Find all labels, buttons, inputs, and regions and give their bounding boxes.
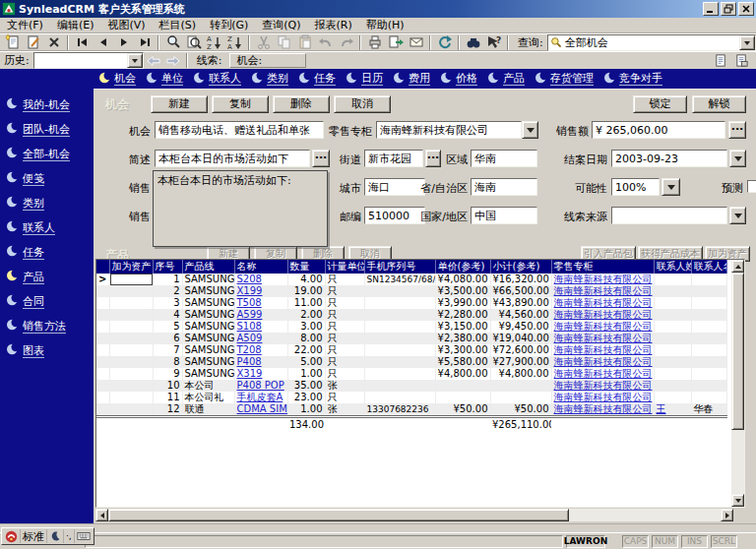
column-header-seq[interactable]: 序号 bbox=[153, 260, 182, 274]
table-row[interactable]: 4SAMSUNGA5992.00只¥2,280.00¥4,560.00海南蜂新科… bbox=[96, 309, 726, 321]
cell-link[interactable]: 海南蜂新科技有限公司 bbox=[554, 297, 653, 308]
cell-link[interactable]: 海南蜂新科技有限公司 bbox=[554, 344, 653, 355]
cell-qty[interactable]: 19.00 bbox=[287, 285, 325, 297]
history-dropdown-icon[interactable] bbox=[127, 53, 143, 68]
ime-punctuation-icon[interactable]: ·, bbox=[64, 529, 75, 543]
scroll-up-icon[interactable] bbox=[731, 260, 744, 273]
cell-last-name[interactable]: 王 bbox=[654, 403, 691, 417]
cell-counter[interactable]: 海南蜂新科技有限公司 bbox=[551, 368, 654, 380]
cell-subtotal[interactable]: ¥16,320.00 bbox=[490, 274, 551, 285]
toolbar-undo-icon[interactable] bbox=[315, 34, 336, 51]
cell-qty[interactable]: 8.00 bbox=[287, 333, 325, 344]
scroll-right-icon[interactable] bbox=[721, 509, 733, 521]
minimize-button[interactable] bbox=[703, 2, 719, 16]
row-selector-cell[interactable] bbox=[96, 356, 109, 368]
cell-first-name[interactable]: 华春 bbox=[691, 403, 726, 417]
tab-expense[interactable]: 费用 bbox=[394, 72, 430, 87]
sidebar-item-team-opportunity[interactable]: 团队-机会 bbox=[0, 117, 94, 142]
cell-qty[interactable]: 1.00 bbox=[287, 403, 325, 417]
cell-subtotal[interactable] bbox=[490, 380, 551, 392]
toolbar-print-icon[interactable] bbox=[364, 34, 385, 51]
cell-qty[interactable]: 11.00 bbox=[287, 297, 325, 309]
cell-asset[interactable] bbox=[109, 274, 153, 285]
cell-link[interactable]: 海南蜂新科技有限公司 bbox=[554, 356, 653, 367]
cell-link[interactable]: 海南蜂新科技有限公司 bbox=[554, 274, 653, 284]
cell-counter[interactable]: 海南蜂新科技有限公司 bbox=[551, 344, 654, 356]
menu-item[interactable]: 报表(R) bbox=[308, 17, 359, 33]
cell-counter[interactable]: 海南蜂新科技有限公司 bbox=[551, 403, 654, 417]
row-selector-cell[interactable] bbox=[96, 333, 109, 344]
cell-last-name[interactable] bbox=[654, 285, 691, 297]
cell-first-name[interactable] bbox=[691, 297, 726, 309]
cell-link[interactable]: 海南蜂新科技有限公司 bbox=[554, 309, 653, 320]
report-print-icon[interactable] bbox=[731, 52, 752, 69]
row-selector-cell[interactable] bbox=[96, 285, 109, 297]
cell-link[interactable]: T208 bbox=[237, 344, 262, 355]
cell-product-line[interactable]: SAMSUNG bbox=[182, 297, 234, 309]
row-selector-cell[interactable] bbox=[96, 344, 109, 356]
brief-ellipsis-button[interactable]: ... bbox=[312, 150, 330, 167]
menu-item[interactable]: 栏目(S) bbox=[153, 17, 204, 33]
cell-product-line[interactable]: SAMSUNG bbox=[182, 333, 234, 344]
cell-seq[interactable]: 5 bbox=[153, 321, 182, 333]
sidebar-item-notes[interactable]: 便笺 bbox=[0, 166, 94, 191]
cell-counter[interactable]: 海南蜂新科技有限公司 bbox=[551, 309, 654, 321]
cell-link[interactable]: 海南蜂新科技有限公司 bbox=[554, 321, 653, 332]
cell-unit[interactable]: 张 bbox=[325, 380, 364, 392]
cell-unit[interactable]: 只 bbox=[325, 274, 364, 285]
cell-asset[interactable] bbox=[109, 380, 153, 392]
toolbar-copy-icon[interactable] bbox=[274, 34, 294, 51]
retail-counter-field[interactable]: 海南蜂新科技有限公司 bbox=[376, 121, 522, 139]
toolbar-paste-icon[interactable] bbox=[294, 34, 315, 51]
sidebar-item-tasks[interactable]: 任务 bbox=[0, 240, 94, 265]
street-field[interactable]: 新市花园 bbox=[364, 150, 423, 167]
cell-subtotal[interactable]: ¥27,900.00 bbox=[490, 356, 551, 368]
cell-unit[interactable]: 只 bbox=[325, 344, 364, 356]
cell-counter[interactable]: 海南蜂新科技有限公司 bbox=[551, 380, 654, 392]
cell-last-name[interactable] bbox=[654, 274, 691, 285]
ime-logo-icon[interactable] bbox=[3, 529, 21, 543]
cell-product-line[interactable]: 联通 bbox=[182, 403, 234, 417]
cell-link[interactable]: 海南蜂新科技有限公司 bbox=[554, 333, 653, 343]
delete-button[interactable]: 删除 bbox=[273, 95, 330, 113]
tab-competitor[interactable]: 竞争对手 bbox=[604, 72, 662, 87]
cell-serial[interactable] bbox=[364, 333, 435, 344]
cell-subtotal[interactable] bbox=[490, 392, 551, 403]
cell-last-name[interactable] bbox=[654, 321, 691, 333]
toolbar-new-record-icon[interactable] bbox=[2, 34, 23, 51]
tab-task[interactable]: 任务 bbox=[299, 72, 336, 87]
cell-counter[interactable]: 海南蜂新科技有限公司 bbox=[551, 285, 654, 297]
cell-last-name[interactable] bbox=[654, 344, 691, 356]
cell-price[interactable]: ¥3,990.00 bbox=[435, 297, 490, 309]
cell-subtotal[interactable]: ¥50.00 bbox=[490, 403, 551, 417]
cell-subtotal[interactable]: ¥19,040.00 bbox=[490, 333, 551, 344]
row-selector-cell[interactable] bbox=[96, 403, 109, 417]
menu-item[interactable]: 帮助(H) bbox=[359, 17, 411, 33]
toolbar-sort-desc-icon[interactable]: ZA bbox=[224, 34, 245, 51]
cell-last-name[interactable] bbox=[654, 368, 691, 380]
new-button[interactable]: 新建 bbox=[151, 95, 208, 113]
menu-item[interactable]: 查询(Q) bbox=[255, 17, 307, 33]
cell-price[interactable]: ¥5,580.00 bbox=[435, 356, 490, 368]
cell-counter[interactable]: 海南蜂新科技有限公司 bbox=[551, 356, 654, 368]
cell-unit[interactable]: 只 bbox=[325, 368, 364, 380]
cell-asset[interactable] bbox=[109, 321, 153, 333]
cell-link[interactable]: P408 POP bbox=[237, 380, 284, 391]
street-ellipsis-button[interactable]: ... bbox=[425, 150, 441, 167]
cell-subtotal[interactable]: ¥43,890.00 bbox=[490, 297, 551, 309]
province-field[interactable]: 海南 bbox=[471, 178, 537, 196]
cell-price[interactable]: ¥3,300.00 bbox=[435, 344, 490, 356]
cell-link[interactable]: CDMA SIM卡 bbox=[237, 403, 288, 414]
cell-first-name[interactable] bbox=[691, 321, 726, 333]
column-header-name[interactable]: 名称 bbox=[234, 260, 287, 274]
cell-name[interactable]: X199 bbox=[234, 285, 287, 297]
cell-serial[interactable] bbox=[364, 392, 435, 403]
row-selector-cell[interactable]: > bbox=[96, 274, 109, 285]
cell-price[interactable] bbox=[435, 392, 490, 403]
tab-unit[interactable]: 单位 bbox=[147, 72, 183, 87]
row-selector-cell[interactable] bbox=[96, 380, 109, 392]
cell-name[interactable]: A509 bbox=[234, 333, 287, 344]
toolbar-refresh-icon[interactable] bbox=[434, 34, 455, 51]
toolbar-delete-record-icon[interactable] bbox=[43, 34, 64, 51]
cell-serial[interactable] bbox=[364, 309, 435, 321]
